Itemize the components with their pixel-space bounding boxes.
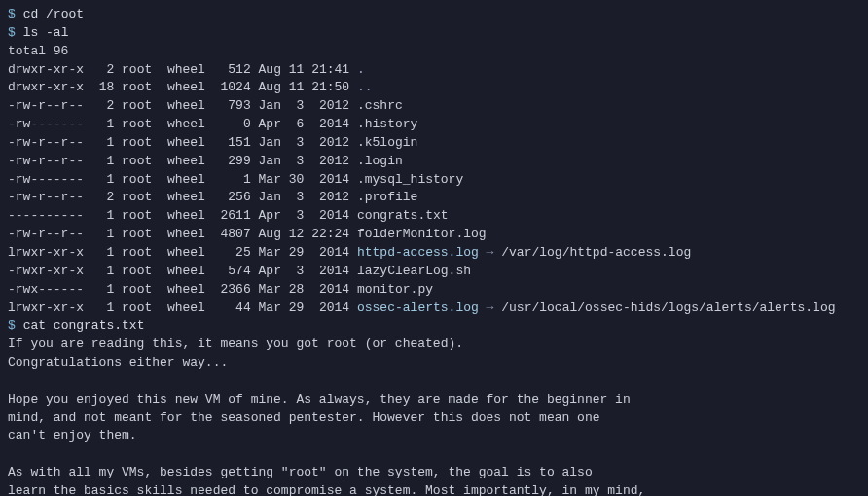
group: wheel xyxy=(167,80,205,94)
file-row: ---------- 1 root wheel 2611 Apr 3 2014 … xyxy=(8,207,860,226)
file-name: .. xyxy=(357,80,373,94)
group: wheel xyxy=(167,62,205,77)
owner: root xyxy=(122,172,152,187)
link-count: 1 xyxy=(99,135,115,150)
date: Aug 11 21:41 xyxy=(259,62,350,77)
file-row: -rw------- 1 root wheel 0 Apr 6 2014 .hi… xyxy=(8,116,860,134)
owner: root xyxy=(122,301,152,315)
group: wheel xyxy=(167,98,205,113)
link-count: 1 xyxy=(99,301,115,315)
file-row: -rw-r--r-- 2 root wheel 793 Jan 3 2012 .… xyxy=(8,97,860,116)
permissions: ---------- xyxy=(8,208,84,223)
permissions: -rwx------ xyxy=(8,282,84,297)
file-row: -rw-r--r-- 1 root wheel 4807 Aug 12 22:2… xyxy=(8,226,860,244)
date: Apr 3 2014 xyxy=(259,208,350,223)
size: 793 xyxy=(221,98,251,113)
size: 1024 xyxy=(221,80,251,94)
output-line: mind, and not meant for the seasoned pen… xyxy=(8,409,860,428)
file-row: lrwxr-xr-x 1 root wheel 25 Mar 29 2014 h… xyxy=(8,244,860,263)
file-row: -rw-r--r-- 2 root wheel 256 Jan 3 2012 .… xyxy=(8,189,860,207)
prompt-symbol: $ xyxy=(8,25,16,40)
permissions: lrwxr-xr-x xyxy=(8,301,84,315)
permissions: -rw-r--r-- xyxy=(8,98,84,113)
arrow-icon: → xyxy=(487,301,494,315)
file-name: lazyClearLog.sh xyxy=(357,264,471,278)
owner: root xyxy=(122,227,152,241)
file-row: -rwxr-xr-x 1 root wheel 574 Apr 3 2014 l… xyxy=(8,263,860,281)
date: Jan 3 2012 xyxy=(259,135,350,150)
link-count: 18 xyxy=(99,80,115,94)
link-count: 1 xyxy=(99,172,115,187)
date: Mar 29 2014 xyxy=(259,301,350,315)
arrow-icon: → xyxy=(487,245,494,260)
link-count: 1 xyxy=(99,282,115,297)
group: wheel xyxy=(167,135,205,150)
link-target: /usr/local/ossec-hids/logs/alerts/alerts… xyxy=(501,301,835,315)
group: wheel xyxy=(167,117,205,131)
permissions: lrwxr-xr-x xyxy=(8,245,84,260)
command-text: cat congrats.txt xyxy=(23,318,145,333)
file-name: httpd-access.log xyxy=(357,245,479,260)
file-name: .cshrc xyxy=(357,98,403,113)
file-row: -rw-r--r-- 1 root wheel 151 Jan 3 2012 .… xyxy=(8,134,860,153)
file-content: If you are reading this, it means you go… xyxy=(8,336,860,496)
prompt-symbol: $ xyxy=(8,7,16,21)
link-count: 1 xyxy=(99,154,115,168)
group: wheel xyxy=(167,208,205,223)
group: wheel xyxy=(167,301,205,315)
owner: root xyxy=(122,80,152,94)
permissions: -rwxr-xr-x xyxy=(8,264,84,278)
date: Mar 28 2014 xyxy=(259,282,350,297)
date: Mar 29 2014 xyxy=(259,245,350,260)
permissions: -rw------- xyxy=(8,172,84,187)
group: wheel xyxy=(167,282,205,297)
file-name: .history xyxy=(357,117,417,131)
group: wheel xyxy=(167,172,205,187)
file-listing: drwxr-xr-x 2 root wheel 512 Aug 11 21:41… xyxy=(8,61,860,318)
output-line: If you are reading this, it means you go… xyxy=(8,336,860,354)
file-row: lrwxr-xr-x 1 root wheel 44 Mar 29 2014 o… xyxy=(8,300,860,318)
link-count: 2 xyxy=(99,98,115,113)
permissions: drwxr-xr-x xyxy=(8,62,84,77)
output-line: As with all my VMs, besides getting "roo… xyxy=(8,464,860,482)
size: 1 xyxy=(221,172,251,187)
permissions: -rw------- xyxy=(8,117,84,131)
output-line: can't enjoy them. xyxy=(8,427,860,445)
group: wheel xyxy=(167,245,205,260)
file-name: .profile xyxy=(357,190,417,204)
permissions: -rw-r--r-- xyxy=(8,190,84,204)
file-row: -rwx------ 1 root wheel 2366 Mar 28 2014… xyxy=(8,281,860,300)
owner: root xyxy=(122,282,152,297)
output-line: Congratulations either way... xyxy=(8,354,860,372)
permissions: drwxr-xr-x xyxy=(8,80,84,94)
ls-total: total 96 xyxy=(8,43,860,61)
output-line xyxy=(8,372,860,391)
file-row: -rw-r--r-- 1 root wheel 299 Jan 3 2012 .… xyxy=(8,153,860,171)
owner: root xyxy=(122,264,152,278)
owner: root xyxy=(122,98,152,113)
owner: root xyxy=(122,245,152,260)
owner: root xyxy=(122,135,152,150)
file-name: .login xyxy=(357,154,403,168)
link-count: 1 xyxy=(99,227,115,241)
link-count: 1 xyxy=(99,117,115,131)
file-name: ossec-alerts.log xyxy=(357,301,479,315)
output-line: Hope you enjoyed this new VM of mine. As… xyxy=(8,391,860,409)
owner: root xyxy=(122,208,152,223)
link-count: 1 xyxy=(99,208,115,223)
file-name: congrats.txt xyxy=(357,208,449,223)
group: wheel xyxy=(167,154,205,168)
permissions: -rw-r--r-- xyxy=(8,135,84,150)
owner: root xyxy=(122,190,152,204)
link-count: 1 xyxy=(99,245,115,260)
owner: root xyxy=(122,117,152,131)
permissions: -rw-r--r-- xyxy=(8,154,84,168)
size: 512 xyxy=(221,62,251,77)
date: Mar 30 2014 xyxy=(259,172,350,187)
size: 2611 xyxy=(221,208,251,223)
command-text: cd /root xyxy=(23,7,84,21)
size: 4807 xyxy=(221,227,251,241)
size: 256 xyxy=(221,190,251,204)
terminal-output[interactable]: $ cd /root $ ls -al total 96 drwxr-xr-x … xyxy=(8,6,860,496)
command-line: $ cat congrats.txt xyxy=(8,317,860,336)
